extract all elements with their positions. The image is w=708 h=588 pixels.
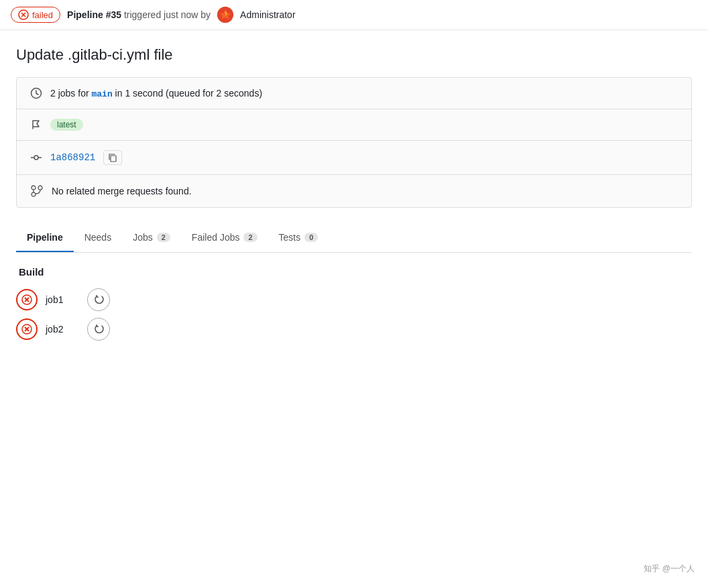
tabs-container: Pipeline Needs Jobs 2 Failed Jobs 2 Test… — [16, 224, 692, 253]
branch-name[interactable]: main — [91, 89, 112, 99]
jobs-summary-row: 2 jobs for main in 1 second (queued for … — [17, 78, 691, 109]
merge-requests-row: No related merge requests found. — [17, 175, 691, 207]
stage-label: Build — [16, 266, 692, 278]
top-bar: failed Pipeline #35 triggered just now b… — [0, 0, 708, 30]
commit-row: 1a868921 — [17, 141, 691, 175]
main-content: Update .gitlab-ci.yml file 2 jobs for ma… — [0, 30, 708, 354]
tab-failed-jobs-badge: 2 — [243, 233, 257, 242]
tab-tests-badge: 0 — [304, 233, 318, 242]
triggered-text: triggered just now by — [124, 9, 211, 20]
tab-pipeline[interactable]: Pipeline — [16, 224, 74, 252]
status-label: failed — [32, 10, 53, 20]
jobs-time-text: in 1 second (queued for 2 seconds) — [115, 88, 262, 99]
tab-pipeline-label: Pipeline — [27, 232, 63, 243]
tab-tests-label: Tests — [279, 232, 301, 243]
tab-failed-jobs[interactable]: Failed Jobs 2 — [181, 224, 268, 252]
pipeline-info: Pipeline #35 triggered just now by — [67, 9, 211, 20]
avatar — [217, 7, 233, 23]
tab-jobs-badge: 2 — [157, 233, 170, 242]
flag-icon — [30, 119, 42, 131]
copy-commit-button[interactable] — [103, 150, 122, 165]
jobs-count-text: 2 jobs for — [50, 88, 89, 99]
list-item: job2 — [16, 318, 692, 341]
tab-needs-label: Needs — [84, 232, 111, 243]
latest-row: latest — [17, 109, 691, 141]
job1-name: job1 — [46, 294, 79, 305]
svg-point-5 — [34, 156, 38, 160]
job1-status-icon — [16, 289, 38, 310]
commit-icon — [30, 152, 42, 164]
jobs-summary-text: 2 jobs for main in 1 second (queued for … — [50, 88, 262, 99]
tab-tests[interactable]: Tests 0 — [268, 224, 329, 252]
svg-point-11 — [32, 192, 36, 196]
job2-retry-button[interactable] — [87, 318, 110, 341]
svg-point-10 — [38, 186, 42, 190]
pipeline-content: Build job1 — [16, 253, 692, 354]
tab-needs[interactable]: Needs — [74, 224, 122, 252]
info-card: 2 jobs for main in 1 second (queued for … — [16, 77, 692, 208]
failed-icon — [18, 9, 29, 20]
tab-jobs-label: Jobs — [133, 232, 153, 243]
svg-point-9 — [32, 186, 36, 190]
tab-failed-jobs-label: Failed Jobs — [192, 232, 240, 243]
merge-requests-text: No related merge requests found. — [52, 186, 192, 196]
latest-badge: latest — [50, 119, 83, 131]
tab-jobs[interactable]: Jobs 2 — [122, 224, 181, 252]
merge-request-icon — [30, 184, 44, 198]
jobs-list: job1 job2 — [16, 288, 692, 341]
status-badge: failed — [11, 7, 60, 23]
list-item: job1 — [16, 288, 692, 311]
svg-rect-8 — [111, 156, 116, 162]
job2-status-icon — [16, 318, 38, 340]
clock-icon — [30, 87, 42, 99]
job1-retry-button[interactable] — [87, 288, 110, 311]
job2-name: job2 — [46, 324, 79, 335]
page-title: Update .gitlab-ci.yml file — [16, 46, 692, 64]
admin-name: Administrator — [240, 9, 295, 20]
pipeline-number: Pipeline #35 — [67, 9, 121, 20]
commit-hash[interactable]: 1a868921 — [50, 152, 95, 163]
